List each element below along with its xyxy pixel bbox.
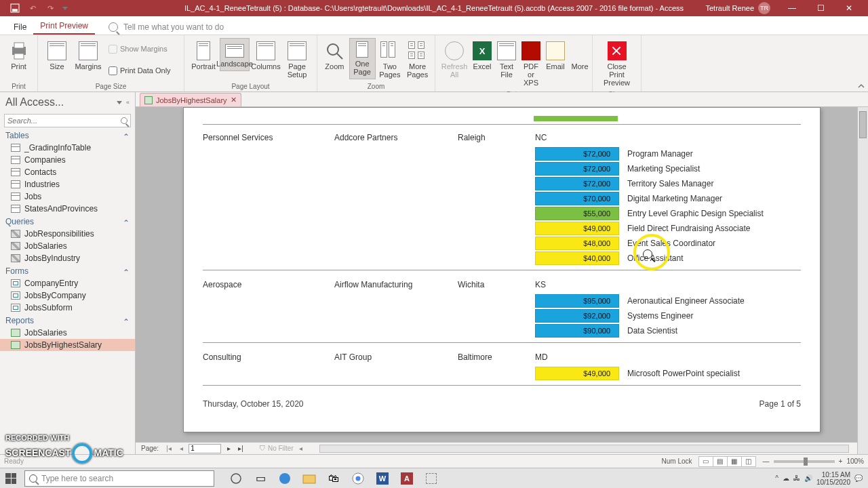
nav-item[interactable]: Contacts bbox=[0, 166, 135, 178]
last-page-button[interactable]: ▸| bbox=[236, 445, 245, 452]
minimize-button[interactable]: — bbox=[780, 0, 804, 16]
nav-collapse-icon[interactable]: « bbox=[126, 99, 130, 106]
zoom-in-button[interactable]: + bbox=[839, 458, 843, 465]
horizontal-scrollbar[interactable] bbox=[319, 445, 849, 453]
chrome-icon[interactable] bbox=[349, 469, 368, 488]
undo-icon[interactable]: ↶ bbox=[27, 3, 38, 14]
nav-item[interactable]: CompanyEntry bbox=[0, 277, 135, 289]
prev-page-button[interactable]: ◂ bbox=[176, 445, 186, 452]
nav-item[interactable]: JobsByCompany bbox=[0, 289, 135, 302]
close-tab-icon[interactable]: ✕ bbox=[231, 96, 237, 104]
unknown-icon[interactable] bbox=[422, 469, 441, 488]
next-page-button[interactable]: ▸ bbox=[224, 445, 233, 452]
nav-item[interactable]: Companies bbox=[0, 154, 135, 166]
redo-icon[interactable]: ↷ bbox=[45, 3, 56, 14]
edge-icon[interactable] bbox=[275, 469, 294, 488]
nav-menu-dropdown-icon[interactable] bbox=[117, 101, 122, 104]
file-explorer-icon[interactable] bbox=[300, 469, 319, 488]
nav-group-header[interactable]: Forms⌃ bbox=[0, 264, 135, 277]
nav-search-input[interactable] bbox=[5, 115, 118, 127]
excel-button[interactable]: XExcel bbox=[471, 38, 494, 74]
landscape-button[interactable]: Landscape bbox=[220, 38, 250, 71]
table-icon bbox=[11, 168, 20, 176]
network-icon[interactable]: 🖧 bbox=[793, 474, 800, 482]
task-view-icon[interactable]: ▭ bbox=[251, 469, 270, 488]
collapse-ribbon-icon[interactable] bbox=[857, 81, 865, 89]
file-tab[interactable]: File bbox=[7, 20, 33, 35]
design-view-button[interactable]: ◫ bbox=[741, 456, 756, 467]
start-button[interactable] bbox=[0, 468, 22, 489]
pdf-xps-button[interactable]: PDF or XPS bbox=[519, 38, 542, 90]
volume-icon[interactable]: 🔊 bbox=[804, 474, 812, 482]
zoom-slider[interactable] bbox=[774, 460, 835, 463]
hscroll-left[interactable]: ◂ bbox=[296, 445, 306, 452]
nav-item[interactable]: JobResponsibilities bbox=[0, 228, 135, 240]
qat-dropdown-icon[interactable] bbox=[62, 7, 68, 10]
tray-chevron-icon[interactable]: ^ bbox=[775, 474, 778, 482]
text-file-button[interactable]: Text File bbox=[495, 38, 518, 82]
email-button[interactable]: Email bbox=[544, 38, 567, 74]
show-margins-checkbox[interactable]: Show Margins bbox=[107, 44, 172, 54]
document-tab[interactable]: JobsByHighestSalary ✕ bbox=[140, 93, 241, 106]
print-data-only-checkbox[interactable]: Print Data Only bbox=[107, 66, 172, 76]
nav-item[interactable]: JobSalaries bbox=[0, 240, 135, 252]
word-icon[interactable]: W bbox=[373, 469, 392, 488]
user-account[interactable]: Tetrault Renee TR bbox=[705, 2, 776, 14]
report-view-button[interactable]: ▭ bbox=[698, 456, 713, 467]
columns-button[interactable]: Columns bbox=[251, 38, 281, 74]
layout-view-button[interactable]: ▦ bbox=[727, 456, 742, 467]
nav-item[interactable]: JobsByIndustry bbox=[0, 252, 135, 264]
querie-icon bbox=[11, 230, 20, 238]
zoom-button[interactable]: Zoom bbox=[321, 38, 348, 74]
job-title: Territory Sales Manager bbox=[619, 179, 713, 188]
store-icon[interactable]: 🛍 bbox=[324, 469, 343, 488]
first-page-button[interactable]: |◂ bbox=[164, 445, 174, 452]
nav-item[interactable]: JobsByHighestSalary bbox=[0, 339, 135, 351]
system-tray[interactable]: ^ ☁ 🖧 🔊 10:15 AM 10/15/2020 💬 bbox=[775, 471, 868, 486]
page-setup-button[interactable]: Page Setup bbox=[282, 38, 312, 82]
one-page-button[interactable]: One Page bbox=[349, 38, 376, 79]
nav-item[interactable]: _GradingInfoTable bbox=[0, 142, 135, 154]
tray-clock[interactable]: 10:15 AM 10/15/2020 bbox=[816, 471, 850, 486]
print-preview-view-button[interactable]: ▤ bbox=[713, 456, 728, 467]
nav-title[interactable]: All Access... bbox=[5, 96, 113, 108]
nav-item[interactable]: Jobs bbox=[0, 190, 135, 203]
salary-cell: $95,000 bbox=[535, 294, 619, 308]
portrait-button[interactable]: Portrait bbox=[189, 38, 218, 74]
refresh-all-button[interactable]: Refresh All bbox=[439, 38, 469, 82]
taskbar-search[interactable]: Type here to search bbox=[24, 470, 214, 487]
two-pages-button[interactable]: Two Pages bbox=[377, 38, 403, 82]
job-row: $72,000Marketing Specialist bbox=[203, 161, 801, 176]
print-preview-tab[interactable]: Print Preview bbox=[33, 18, 95, 35]
notifications-icon[interactable]: 💬 bbox=[854, 474, 863, 482]
nav-item[interactable]: JobsSubform bbox=[0, 302, 135, 314]
zoom-out-button[interactable]: — bbox=[763, 458, 770, 465]
nav-group-header[interactable]: Tables⌃ bbox=[0, 129, 135, 142]
tell-me-search[interactable]: Tell me what you want to do bbox=[95, 22, 224, 35]
filter-indicator[interactable]: ⛉ No Filter bbox=[248, 445, 294, 452]
access-icon[interactable]: A bbox=[397, 469, 416, 488]
maximize-button[interactable]: ☐ bbox=[808, 0, 833, 16]
close-preview-button[interactable]: Close Print Preview bbox=[597, 38, 637, 90]
size-button[interactable]: Size bbox=[42, 38, 72, 74]
save-icon[interactable] bbox=[9, 3, 20, 14]
nav-item[interactable]: StatesAndProvinces bbox=[0, 203, 135, 215]
nav-item[interactable]: JobSalaries bbox=[0, 327, 135, 339]
page-number-input[interactable] bbox=[189, 444, 221, 453]
taskbar: Type here to search ▭ 🛍 W A ^ ☁ 🖧 🔊 10:1… bbox=[0, 468, 868, 488]
zoom-level[interactable]: 100% bbox=[846, 458, 864, 465]
report-page[interactable]: Personnel ServicesAddcore PartnersRaleig… bbox=[183, 107, 821, 432]
nav-search[interactable] bbox=[4, 114, 131, 127]
onedrive-icon[interactable]: ☁ bbox=[783, 474, 789, 482]
vertical-scrollbar[interactable] bbox=[857, 107, 868, 454]
nav-group-header[interactable]: Queries⌃ bbox=[0, 215, 135, 228]
close-button[interactable]: ✕ bbox=[837, 0, 861, 16]
more-button[interactable]: More bbox=[568, 38, 591, 74]
nav-group-header[interactable]: Reports⌃ bbox=[0, 314, 135, 327]
more-pages-button[interactable]: More Pages bbox=[404, 38, 431, 82]
cortana-icon[interactable] bbox=[226, 469, 245, 488]
margins-button[interactable]: Margins bbox=[73, 38, 103, 74]
print-button[interactable]: Print bbox=[4, 38, 33, 74]
svg-line-6 bbox=[337, 54, 342, 59]
nav-item[interactable]: Industries bbox=[0, 178, 135, 190]
